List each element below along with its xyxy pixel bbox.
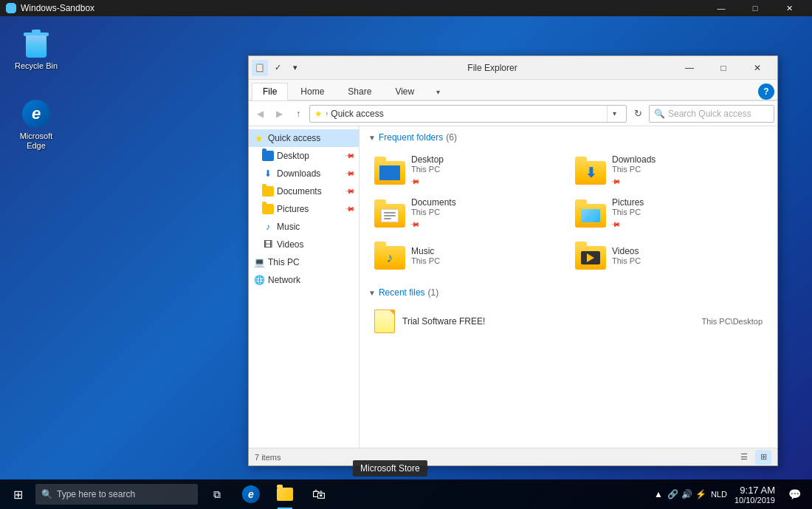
- recent-file-item[interactable]: Trial Software FREE! This PC\Desktop: [368, 305, 768, 338]
- start-button[interactable]: ⊞: [0, 479, 35, 509]
- edge-taskbar-icon: e: [242, 485, 260, 503]
- taskbar: ⊞ 🔍 Type here to search ⧉ e 🛍 ▲ 🔗 🔊 ⚡ NL…: [0, 479, 812, 509]
- edge-taskbar-btn[interactable]: e: [235, 479, 267, 509]
- folder-item-pictures[interactable]: Pictures This PC 📌: [569, 193, 768, 234]
- address-box[interactable]: ★ › Quick access ▾: [309, 105, 627, 123]
- sys-icons: 🔗 🔊 ⚡: [667, 489, 706, 499]
- downloads-icon: ⬇: [262, 168, 274, 180]
- sidebar-item-documents[interactable]: Documents 📌: [249, 182, 359, 200]
- clock-time: 9:17 AM: [734, 485, 775, 496]
- videos-icon: 🎞: [262, 239, 274, 250]
- file-name: Trial Software FREE!: [402, 316, 694, 327]
- search-placeholder: Search Quick access: [668, 109, 751, 119]
- sidebar-item-videos[interactable]: 🎞 Videos: [249, 236, 359, 253]
- desktop-icon-edge[interactable]: e MicrosoftEdge: [10, 96, 62, 154]
- help-btn[interactable]: ?: [758, 83, 774, 100]
- window-titlebar: Windows-Sandbox — □ ✕: [0, 0, 812, 16]
- task-view-btn[interactable]: ⧉: [201, 479, 233, 509]
- folder-info-videos: Videos This PC: [612, 246, 763, 265]
- folder-icon-music: ♪: [374, 242, 405, 270]
- close-button[interactable]: ✕: [772, 0, 806, 16]
- sidebar-label-pictures: Pictures: [277, 204, 309, 214]
- sidebar-label-music: Music: [277, 222, 300, 232]
- ms-store-taskbar-btn[interactable]: 🛍: [303, 479, 335, 509]
- edge-icon: e: [21, 99, 51, 129]
- folders-grid: Desktop This PC 📌 ⬇ Downloads This PC: [368, 150, 768, 276]
- maximize-button[interactable]: □: [738, 0, 772, 16]
- pin-icon-downloads: 📌: [345, 168, 356, 180]
- fe-addressbar: ◀ ▶ ↑ ★ › Quick access ▾ ↻ 🔍 Search Quic…: [249, 101, 777, 126]
- taskbar-search-box[interactable]: 🔍 Type here to search: [35, 484, 198, 505]
- expand-ribbon-btn[interactable]: ▾: [430, 83, 446, 100]
- fe-minimize-btn[interactable]: —: [672, 56, 706, 80]
- qa-properties-btn[interactable]: 📋: [252, 60, 268, 76]
- sidebar-label-videos: Videos: [277, 239, 303, 250]
- tab-view[interactable]: View: [384, 83, 425, 100]
- folder-item-desktop[interactable]: Desktop This PC 📌: [368, 150, 568, 191]
- sidebar-item-this-pc[interactable]: 💻 This PC: [249, 253, 359, 271]
- network-sys-icon: 🔗: [667, 489, 678, 499]
- section-title-frequent: Frequent folders: [379, 132, 443, 143]
- sidebar-item-network[interactable]: 🌐 Network: [249, 271, 359, 289]
- pin-icon-documents: 📌: [345, 186, 356, 197]
- qa-undo-btn[interactable]: ✓: [269, 60, 286, 76]
- up-btn[interactable]: ↑: [290, 106, 306, 122]
- sidebar-item-quick-access[interactable]: ★ Quick access: [249, 129, 359, 147]
- frequent-folders-header[interactable]: ▼ Frequent folders (6): [368, 132, 768, 143]
- address-path: Quick access: [331, 109, 604, 119]
- tab-home[interactable]: Home: [289, 83, 335, 100]
- back-btn[interactable]: ◀: [252, 106, 268, 122]
- folder-icon-videos: [575, 242, 606, 270]
- window-title: Windows-Sandbox: [21, 3, 704, 13]
- forward-btn[interactable]: ▶: [271, 106, 287, 122]
- file-icon: [374, 310, 395, 333]
- sidebar-item-downloads[interactable]: ⬇ Downloads 📌: [249, 165, 359, 182]
- grid-view-btn[interactable]: ⊞: [755, 450, 771, 465]
- pictures-icon: [262, 203, 274, 215]
- address-dropdown-btn[interactable]: ▾: [607, 106, 622, 122]
- folder-path-downloads: This PC: [612, 165, 763, 174]
- pin-badge-downloads: 📌: [610, 177, 622, 188]
- tab-share[interactable]: Share: [337, 83, 382, 100]
- window-controls: — □ ✕: [704, 0, 806, 16]
- taskbar-search-placeholder: Type here to search: [57, 489, 135, 499]
- recent-files-header[interactable]: ▼ Recent files (1): [368, 287, 768, 298]
- recent-files-list: Trial Software FREE! This PC\Desktop: [368, 305, 768, 338]
- documents-icon: [262, 185, 274, 197]
- folder-item-music[interactable]: ♪ Music This PC: [368, 236, 568, 276]
- recycle-bin-icon: [21, 29, 51, 58]
- recycle-bin-label: Recycle Bin: [15, 61, 58, 71]
- fe-maximize-btn[interactable]: □: [706, 56, 740, 80]
- folder-item-downloads[interactable]: ⬇ Downloads This PC 📌: [569, 150, 768, 191]
- desktop-folder-icon: [262, 150, 274, 162]
- folder-item-documents[interactable]: Documents This PC 📌: [368, 193, 568, 234]
- search-box[interactable]: 🔍 Search Quick access: [649, 105, 774, 123]
- qa-dropdown-btn[interactable]: ▾: [287, 60, 303, 76]
- sidebar-item-pictures[interactable]: Pictures 📌: [249, 200, 359, 218]
- list-view-btn[interactable]: ☰: [736, 450, 752, 465]
- minimize-button[interactable]: —: [704, 0, 738, 16]
- ms-store-tooltip: Microsoft Store: [353, 460, 427, 476]
- sidebar-item-music[interactable]: ♪ Music: [249, 218, 359, 236]
- fe-close-btn[interactable]: ✕: [740, 56, 774, 80]
- explorer-taskbar-btn[interactable]: [269, 479, 301, 509]
- taskbar-apps: ⧉ e 🛍: [201, 479, 335, 509]
- refresh-btn[interactable]: ↻: [630, 106, 646, 122]
- tooltip-text: Microsoft Store: [360, 463, 420, 474]
- folder-icon-downloads: ⬇: [575, 157, 606, 185]
- folder-icon-desktop: [374, 157, 405, 185]
- sidebar-label-documents: Documents: [277, 186, 322, 197]
- tab-file[interactable]: File: [252, 83, 288, 100]
- folder-name-videos: Videos: [612, 246, 763, 256]
- notification-btn[interactable]: 💬: [782, 479, 806, 509]
- show-hidden-icons-btn[interactable]: ▲: [654, 489, 663, 499]
- folder-info-desktop: Desktop This PC 📌: [411, 154, 562, 187]
- sidebar-item-desktop[interactable]: Desktop 📌: [249, 147, 359, 165]
- taskbar-clock[interactable]: 9:17 AM 10/10/2019: [732, 485, 778, 505]
- section-count-frequent: (6): [446, 132, 457, 143]
- folder-item-videos[interactable]: Videos This PC: [569, 236, 768, 276]
- fe-sidebar: ★ Quick access Desktop 📌 ⬇ Downloads 📌: [249, 126, 359, 448]
- section-count-recent: (1): [428, 287, 439, 298]
- battery-icon: ⚡: [695, 489, 706, 499]
- desktop-icon-recycle-bin[interactable]: Recycle Bin: [10, 26, 62, 74]
